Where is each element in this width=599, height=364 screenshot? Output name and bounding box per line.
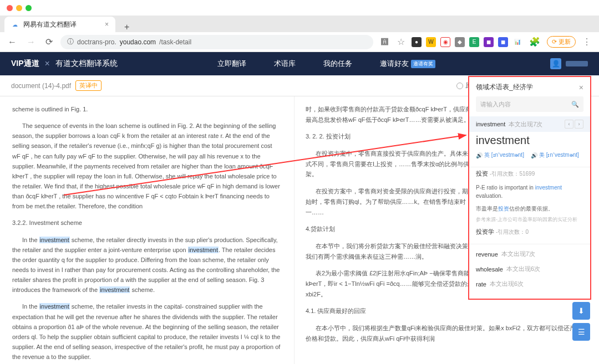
kebab-menu-icon[interactable]: ⋮ [580, 37, 593, 47]
pronunciation-us[interactable]: 🔊 美 [ɪnˈvestmənt] [531, 151, 579, 159]
highlighted-term[interactable]: investment [99, 286, 130, 293]
pronunciation-row: 🔊 英 [ɪnˈvestmənt] 🔊 美 [ɪnˈvestmənt] [469, 151, 590, 165]
prev-occurrence-button[interactable]: ‹ [565, 120, 573, 129]
ext-icon-4[interactable]: ◆ [455, 37, 465, 47]
example-source: 参考来源-上市公司市盈率影响因素的实证分析 [469, 215, 590, 228]
close-window[interactable] [7, 5, 13, 11]
glossary-term-row[interactable]: revenue 本文出现7次 [469, 247, 590, 262]
minimize-window[interactable] [16, 5, 22, 11]
term-label: revenue [476, 251, 498, 258]
browser-tab[interactable]: ☁ 网易有道文档翻译 × [4, 17, 115, 32]
nav-glossary[interactable]: 术语库 [274, 59, 296, 69]
app-title: 有道文档翻译系统 [55, 59, 118, 69]
cloud-icon: ☁ [11, 20, 19, 28]
update-label: 更新 [559, 38, 571, 46]
puzzle-icon[interactable]: 🧩 [527, 37, 542, 47]
glossary-term-row[interactable]: investment 本文出现7次 ‹ › [469, 116, 590, 132]
definition-label: 投资 [476, 170, 488, 177]
example-english: P-E ratio is important in investment eva… [469, 181, 590, 202]
term-label: investment [476, 121, 505, 127]
extension-area: 🅰 ☆ ● W ◉ ◆ E ◼ ◼ 📊 🧩 ⟳ 更新 ⋮ [379, 36, 593, 48]
nav-translate[interactable]: 立即翻译 [217, 59, 246, 69]
glossary-title: 领域术语表_经济学 [476, 83, 533, 92]
highlighted-term[interactable]: investment [39, 303, 70, 310]
section-heading: 4.1. 供应商最好的回应 [306, 306, 588, 316]
highlighted-term[interactable]: investment [39, 237, 70, 243]
term-label: wholesale [476, 266, 503, 273]
glossary-term-row[interactable]: wholesale 本文出现6次 [469, 262, 590, 276]
download-button[interactable]: ⬇ [572, 302, 590, 320]
url-prefix: doctrans-pro. [77, 38, 116, 46]
ext-icon-5[interactable]: E [469, 37, 479, 47]
nav-invite[interactable]: 邀请好友 邀请有奖 [380, 59, 435, 69]
example-chinese: 市盈率是投资估价的最要依据。 [469, 202, 590, 215]
translation-status: 英译中 [75, 80, 101, 91]
user-area[interactable]: 👤 [550, 58, 588, 69]
definition-label: 投资学 [476, 228, 494, 235]
new-tab-button[interactable]: + [120, 22, 134, 32]
citation-count: -引用次数：51699 [490, 171, 535, 177]
reload-button[interactable]: ⟳ [43, 37, 55, 47]
url-path: /task-detail [159, 38, 191, 46]
browser-tab-bar: ☁ 网易有道文档翻译 × + [0, 16, 599, 32]
window-controls [0, 0, 599, 16]
term-count: 本文出现7次 [509, 120, 542, 129]
nav-invite-label: 邀请好友 [380, 59, 409, 69]
source-paragraph: In the investment scheme, the retailer i… [12, 301, 282, 362]
glossary-search-input[interactable]: 请输入内容 🔍 [476, 96, 583, 112]
pronunciation-uk[interactable]: 🔊 英 [ɪnˈvestmənt] [476, 151, 524, 159]
back-button[interactable]: ← [6, 37, 19, 47]
search-icon: 🔍 [571, 101, 579, 108]
forward-button[interactable]: → [24, 37, 38, 47]
maximize-window[interactable] [26, 5, 32, 11]
close-tab-icon[interactable]: × [105, 20, 109, 28]
user-name-placeholder [566, 61, 588, 66]
section-heading: 3.2.2. Investment scheme [12, 218, 282, 228]
headword: investment [469, 132, 590, 151]
term-count: 本文出现6次 [506, 265, 540, 273]
app-nav: 立即翻译 术语库 我的任务 邀请好友 邀请有奖 [217, 59, 435, 69]
term-label: rate [476, 281, 486, 288]
ext-icon-3[interactable]: ◉ [440, 37, 450, 47]
glossary-panel: 领域术语表_经济学 × 请输入内容 🔍 investment 本文出现7次 ‹ … [468, 76, 591, 300]
ext-icon-1[interactable]: ● [412, 37, 422, 47]
update-button[interactable]: ⟳ 更新 [547, 36, 576, 48]
radio-icon [456, 83, 463, 89]
glossary-term-row[interactable]: rate 本文出现6次 [469, 276, 590, 291]
url-input[interactable]: ⓘ doctrans-pro.youdao.com/task-detail [60, 35, 373, 49]
vip-separator: × [45, 59, 50, 69]
invite-tag: 邀请有奖 [411, 60, 435, 68]
ext-icon-7[interactable]: ◼ [498, 37, 508, 47]
source-paragraph: scheme is outlined in Fig. 1. [12, 104, 282, 114]
floating-actions: ⬇ ☰ [572, 302, 590, 341]
ext-icon-2[interactable]: W [426, 37, 436, 47]
next-occurrence-button[interactable]: › [575, 120, 583, 129]
source-paragraph: The sequence of events in the loan schem… [12, 121, 282, 211]
update-icon: ⟳ [552, 38, 557, 45]
translate-icon[interactable]: 🅰 [379, 38, 390, 46]
term-count: 本文出现6次 [490, 280, 524, 288]
app-header: VIP通道 × 有道文档翻译系统 立即翻译 术语库 我的任务 邀请好友 邀请有奖… [0, 52, 599, 75]
bookmark-icon[interactable]: ☆ [395, 37, 407, 47]
close-icon[interactable]: × [579, 83, 583, 92]
term-count: 本文出现7次 [501, 250, 535, 258]
ext-icon-8[interactable]: 📊 [512, 37, 522, 47]
highlighted-term[interactable]: investment [188, 247, 219, 253]
search-placeholder: 请输入内容 [480, 100, 511, 109]
translation-paragraph: 在本小节中，我们将根据生产数量qFi来检验供应商的最佳对策。如果x bxFi2，… [306, 323, 588, 344]
document-name: document (14)-4.pdf [11, 82, 71, 90]
nav-tasks[interactable]: 我的任务 [323, 59, 352, 69]
citation-count: -引用次数：0 [496, 229, 529, 235]
address-bar: ← → ⟳ ⓘ doctrans-pro.youdao.com/task-det… [0, 32, 599, 52]
source-paragraph: In the investment scheme, the retailer d… [12, 235, 282, 295]
url-domain: youdao.com [120, 38, 156, 46]
secure-icon: ⓘ [67, 37, 74, 47]
vip-badge: VIP通道 [11, 59, 39, 69]
ext-icon-6[interactable]: ◼ [484, 37, 494, 47]
list-button[interactable]: ☰ [572, 323, 590, 341]
source-pane: scheme is outlined in Fig. 1. The sequen… [0, 96, 294, 364]
user-icon: 👤 [550, 58, 561, 69]
tab-title: 网易有道文档翻译 [23, 20, 77, 29]
